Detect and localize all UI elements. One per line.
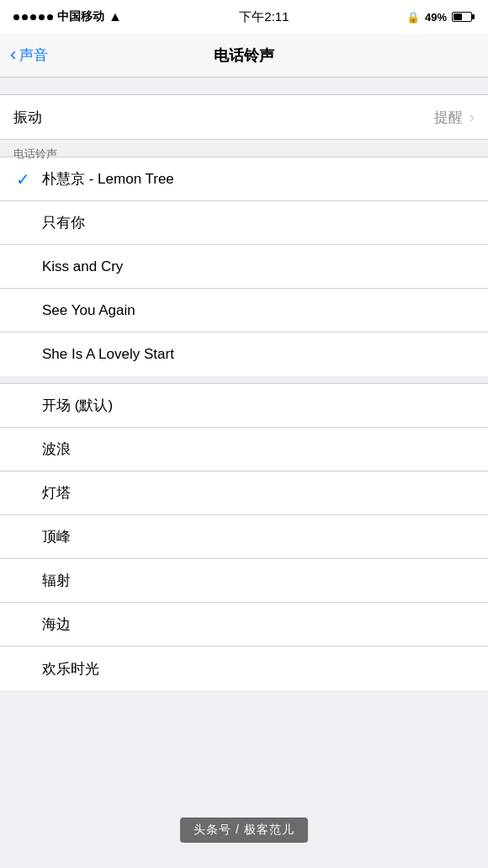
ringtone-item-dingfeng[interactable]: 顶峰 — [0, 515, 488, 559]
ringtone-item-huanle[interactable]: 欢乐时光 — [0, 647, 488, 690]
ringtone-label: 只有你 — [42, 213, 85, 232]
carrier-label: 中国移动 — [57, 9, 104, 24]
ringtone-item-lovely-start[interactable]: She Is A Lovely Start — [0, 333, 488, 376]
page-title: 电话铃声 — [214, 45, 274, 66]
status-right: 🔒 49% — [406, 11, 475, 24]
battery-icon — [452, 12, 475, 22]
ringtone-item-fushe[interactable]: 辐射 — [0, 559, 488, 603]
watermark: 头条号 / 极客范儿 — [0, 817, 488, 843]
gap-top — [0, 77, 488, 94]
back-button[interactable]: ‹ 声音 — [10, 45, 48, 65]
checkmark-icon: ✓ — [13, 169, 32, 189]
status-time: 下午2:11 — [239, 9, 289, 25]
ringtone-item-only-you[interactable]: 只有你 — [0, 201, 488, 245]
ringtone-item-bolang[interactable]: 波浪 — [0, 428, 488, 471]
nav-bar: ‹ 声音 电话铃声 — [0, 34, 488, 77]
watermark-text: 头条号 / 极客范儿 — [180, 817, 308, 843]
vibration-cell[interactable]: 振动 提醒 › — [0, 95, 488, 139]
vibration-group: 振动 提醒 › — [0, 94, 488, 140]
back-chevron-icon: ‹ — [10, 45, 16, 64]
ringtone-item-dengta[interactable]: 灯塔 — [0, 471, 488, 515]
ringtone-label: 朴慧京 - Lemon Tree — [42, 169, 174, 189]
ringtone-label: See You Again — [42, 302, 135, 319]
vibration-chevron-icon: › — [469, 109, 475, 126]
ringtone-label: 波浪 — [42, 439, 71, 459]
ringtone-label: 顶峰 — [42, 527, 71, 546]
ringtone-item-lemon-tree[interactable]: ✓ 朴慧京 - Lemon Tree — [0, 157, 488, 201]
ringtone-label: 灯塔 — [42, 483, 71, 503]
lock-icon: 🔒 — [406, 11, 420, 24]
status-bar: 中国移动 ▲ 下午2:11 🔒 49% — [0, 0, 488, 34]
back-label: 声音 — [19, 45, 48, 65]
ringtone-label: 欢乐时光 — [42, 659, 99, 679]
section-separator — [0, 376, 488, 383]
battery-percent: 49% — [425, 11, 447, 24]
signal-dots — [13, 14, 53, 20]
ringtone-label: She Is A Lovely Start — [42, 346, 174, 363]
ringtone-label: 海边 — [42, 615, 71, 634]
ringtone-label: Kiss and Cry — [42, 258, 123, 275]
ringtone-item-kaichang[interactable]: 开场 (默认) — [0, 384, 488, 428]
ringtone-item-haibian[interactable]: 海边 — [0, 603, 488, 647]
ringtone-item-kiss-and-cry[interactable]: Kiss and Cry — [0, 245, 488, 289]
custom-ringtones-group: ✓ 朴慧京 - Lemon Tree 只有你 Kiss and Cry See … — [0, 157, 488, 376]
vibration-label: 振动 — [13, 108, 434, 127]
gap-section: 电话铃声 — [0, 140, 488, 157]
wifi-icon: ▲ — [109, 9, 122, 24]
vibration-value: 提醒 — [434, 108, 463, 127]
ringtone-item-see-you-again[interactable]: See You Again — [0, 289, 488, 333]
ringtone-label: 辐射 — [42, 571, 71, 590]
ringtone-label: 开场 (默认) — [42, 396, 113, 415]
default-ringtones-group: 开场 (默认) 波浪 灯塔 顶峰 辐射 海边 欢乐时光 — [0, 383, 488, 690]
status-left: 中国移动 ▲ — [13, 9, 122, 24]
